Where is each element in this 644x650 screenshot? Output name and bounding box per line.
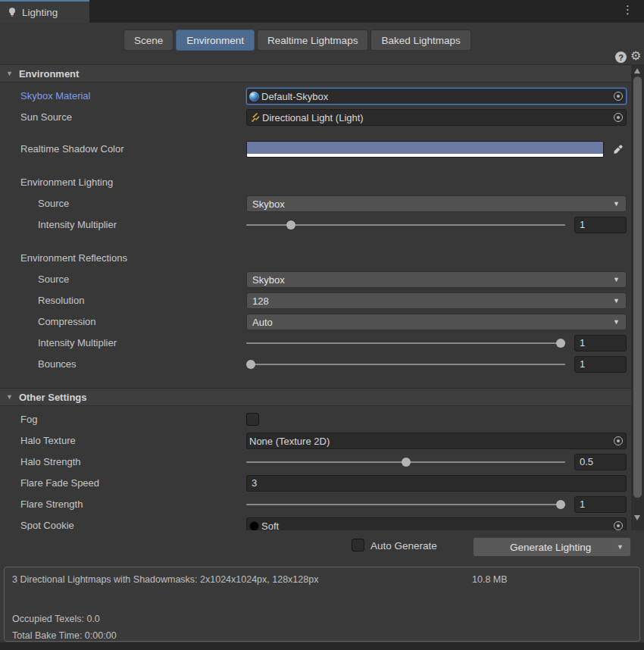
object-picker-icon[interactable] <box>614 113 623 122</box>
env-lighting-source-dropdown[interactable]: Skybox ▼ <box>246 195 627 212</box>
halo-texture-field[interactable]: None (Texture 2D) <box>246 433 627 449</box>
row-env-lighting-intensity: Intensity Multiplier 1 <box>0 217 631 233</box>
bounces-slider[interactable] <box>246 356 565 373</box>
generate-lighting-button[interactable]: Generate Lighting ▼ <box>473 537 631 557</box>
eyedropper-icon <box>613 145 623 155</box>
env-lighting-source-label: Source <box>38 198 69 209</box>
sun-source-field[interactable]: Directional Light (Light) <box>246 109 627 126</box>
row-halo-texture: Halo Texture None (Texture 2D) <box>0 433 631 449</box>
env-reflections-intensity-slider[interactable] <box>246 335 565 352</box>
halo-texture-value: None (Texture 2D) <box>249 436 611 447</box>
compression-dropdown[interactable]: Auto ▼ <box>246 314 627 330</box>
settings-scrollview: ▼ Environment Skybox Material Default-Sk… <box>0 64 631 530</box>
skybox-material-field[interactable]: Default-Skybox <box>246 88 627 105</box>
material-sphere-icon <box>249 92 259 102</box>
section-title: Other Settings <box>19 392 87 403</box>
env-lighting-intensity-slider[interactable] <box>246 217 565 233</box>
flare-strength-input[interactable]: 1 <box>574 496 627 513</box>
lightbulb-icon <box>7 7 17 17</box>
slider-handle[interactable] <box>402 458 411 467</box>
env-lighting-intensity-input[interactable]: 1 <box>574 217 627 233</box>
environment-reflections-group-label: Environment Reflections <box>20 252 127 264</box>
env-lighting-source-value: Skybox <box>252 198 613 210</box>
auto-generate-checkbox[interactable] <box>352 539 364 552</box>
object-picker-icon[interactable] <box>614 92 623 101</box>
row-env-reflections-source: Source Skybox ▼ <box>0 271 631 288</box>
compression-label: Compression <box>38 316 96 327</box>
halo-strength-input[interactable]: 0.5 <box>574 454 627 470</box>
row-halo-strength: Halo Strength 0.5 <box>0 454 631 470</box>
generate-controls: Auto Generate Generate Lighting ▼ <box>0 530 644 565</box>
chevron-down-icon: ▼ <box>613 276 620 283</box>
spot-cookie-field[interactable]: Soft <box>246 517 627 530</box>
scrollbar-thumb[interactable] <box>633 77 642 498</box>
realtime-shadow-color-label: Realtime Shadow Color <box>20 143 124 155</box>
resolution-label: Resolution <box>38 295 84 306</box>
section-header-other-settings[interactable]: ▼ Other Settings <box>0 388 631 406</box>
halo-texture-label: Halo Texture <box>20 435 76 446</box>
fog-checkbox[interactable] <box>246 413 259 426</box>
flare-strength-slider[interactable] <box>246 496 565 513</box>
slider-handle[interactable] <box>556 339 565 348</box>
tab-scene[interactable]: Scene <box>123 30 174 51</box>
compression-value: Auto <box>252 317 613 328</box>
bake-status-panel: 3 Directional Lightmaps with Shadowmasks… <box>4 567 640 642</box>
total-bake-time: Total Bake Time: 0:00:00 <box>12 630 117 641</box>
env-reflections-intensity-label: Intensity Multiplier <box>38 337 117 348</box>
vertical-scrollbar[interactable] <box>631 64 644 530</box>
section-header-environment[interactable]: ▼ Environment <box>0 64 631 83</box>
eyedropper-button[interactable] <box>610 143 625 155</box>
foldout-triangle-icon[interactable]: ▼ <box>6 70 13 77</box>
row-realtime-shadow-color: Realtime Shadow Color <box>0 141 631 158</box>
flare-fade-speed-input[interactable]: 3 <box>246 475 627 492</box>
row-flare-strength: Flare Strength 1 <box>0 496 631 513</box>
row-skybox-material: Skybox Material Default-Skybox <box>0 88 631 105</box>
row-env-reflections-intensity: Intensity Multiplier 1 <box>0 335 631 352</box>
tab-realtime-lightmaps[interactable]: Realtime Lightmaps <box>257 30 368 51</box>
chevron-down-icon: ▼ <box>613 318 620 326</box>
row-spot-cookie: Spot Cookie Soft <box>0 517 631 530</box>
scrollbar-up-arrow-icon[interactable] <box>634 68 640 73</box>
resolution-dropdown[interactable]: 128 ▼ <box>246 292 627 309</box>
help-icon[interactable]: ? <box>615 52 627 63</box>
object-picker-icon[interactable] <box>614 436 623 445</box>
tab-environment[interactable]: Environment <box>176 30 255 51</box>
env-reflections-intensity-input[interactable]: 1 <box>574 335 627 352</box>
window-menu-icon[interactable]: ⋮ <box>622 3 633 17</box>
row-flare-fade-speed: Flare Fade Speed 3 <box>0 475 631 492</box>
gear-icon[interactable]: ⚙ <box>630 48 641 63</box>
slider-handle[interactable] <box>286 220 295 230</box>
section-title: Environment <box>19 68 79 80</box>
window-bottom-edge <box>0 642 644 650</box>
color-swatch-alpha-bar <box>247 154 603 157</box>
bounces-input[interactable]: 1 <box>574 356 627 373</box>
flare-fade-speed-label: Flare Fade Speed <box>20 477 99 489</box>
lighting-window: Lighting ⋮ Scene Environment Realtime Li… <box>0 0 644 650</box>
bounces-label: Bounces <box>38 358 77 370</box>
env-reflections-source-dropdown[interactable]: Skybox ▼ <box>246 271 627 288</box>
tab-baked-lightmaps[interactable]: Baked Lightmaps <box>370 30 470 51</box>
shadow-color-swatch[interactable] <box>246 141 604 158</box>
foldout-triangle-icon[interactable]: ▼ <box>6 393 13 401</box>
slider-track <box>246 364 565 365</box>
scrollbar-down-arrow-icon[interactable] <box>634 515 640 520</box>
slider-handle[interactable] <box>556 500 565 509</box>
lightmaps-summary: 3 Directional Lightmaps with Shadowmasks… <box>12 574 318 585</box>
halo-strength-label: Halo Strength <box>20 456 81 467</box>
row-environment-lighting-group: Environment Lighting <box>0 174 631 191</box>
row-environment-reflections-group: Environment Reflections <box>0 250 631 267</box>
env-lighting-intensity-label: Intensity Multiplier <box>38 219 117 230</box>
lighting-toolbar: Scene Environment Realtime Lightmaps Bak… <box>0 23 644 64</box>
lighting-window-tab[interactable]: Lighting <box>0 0 89 23</box>
flare-strength-label: Flare Strength <box>20 498 83 510</box>
sun-source-label: Sun Source <box>20 111 72 123</box>
row-env-lighting-source: Source Skybox ▼ <box>0 195 631 212</box>
env-reflections-source-value: Skybox <box>252 274 613 286</box>
halo-strength-slider[interactable] <box>246 454 565 470</box>
mode-tab-group: Scene Environment Realtime Lightmaps Bak… <box>123 30 471 51</box>
directional-light-icon <box>249 112 260 123</box>
object-picker-icon[interactable] <box>614 521 623 530</box>
slider-handle[interactable] <box>246 360 255 369</box>
window-titlebar: Lighting ⋮ <box>0 0 644 23</box>
color-swatch-main <box>247 142 603 154</box>
